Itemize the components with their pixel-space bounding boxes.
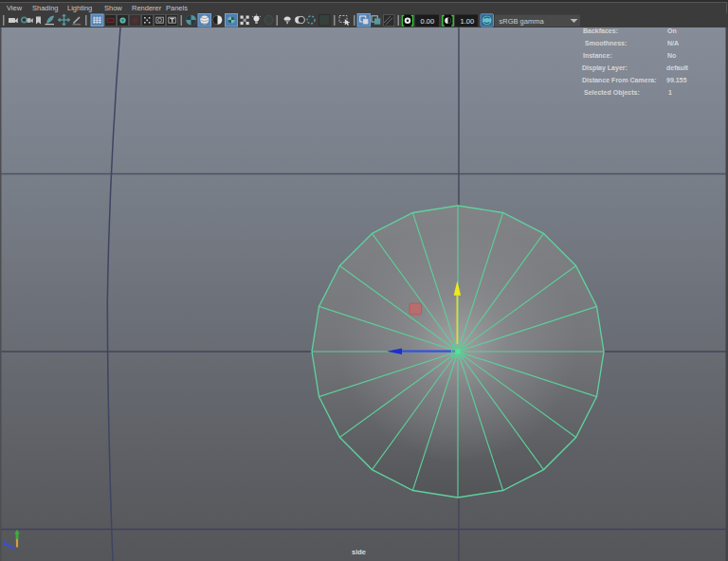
- svg-text:sRGB gamma: sRGB gamma: [500, 17, 545, 26]
- svg-text:0.00: 0.00: [421, 17, 435, 26]
- svg-text:1.00: 1.00: [461, 17, 475, 26]
